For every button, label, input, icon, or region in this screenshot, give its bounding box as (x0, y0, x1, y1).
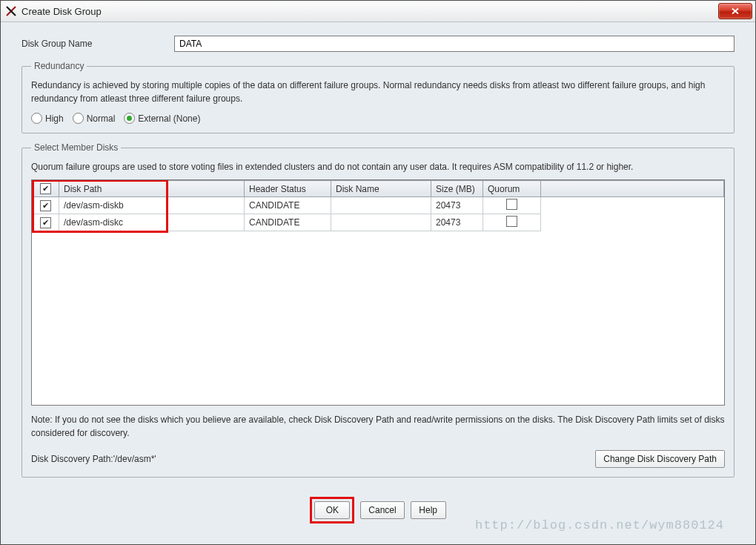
redundancy-normal[interactable]: Normal (73, 113, 116, 124)
app-icon (5, 5, 17, 17)
checkbox-icon (506, 216, 517, 227)
cell-quorum[interactable] (483, 197, 541, 214)
disks-table: Disk Path Header Status Disk Name Size (… (32, 180, 724, 231)
redundancy-high[interactable]: High (31, 113, 64, 124)
discovery-path-label: Disk Discovery Path:'/dev/asm*' (31, 454, 595, 464)
col-disk-name[interactable]: Disk Name (331, 181, 431, 197)
button-bar: OK Cancel Help http://blog.csdn.net/wym8… (21, 486, 735, 537)
col-size-mb[interactable]: Size (MB) (431, 181, 483, 197)
redundancy-normal-label: Normal (87, 113, 116, 124)
redundancy-legend: Redundancy (31, 61, 87, 71)
disk-group-name-input[interactable] (174, 36, 735, 52)
disk-group-name-label: Disk Group Name (21, 39, 174, 49)
change-discovery-path-button[interactable]: Change Disk Discovery Path (595, 450, 725, 468)
cell-disk-name (331, 214, 431, 231)
redundancy-group: Redundancy Redundancy is achieved by sto… (21, 61, 735, 133)
redundancy-external[interactable]: External (None) (124, 113, 200, 124)
cancel-button[interactable]: Cancel (360, 501, 404, 519)
col-disk-path[interactable]: Disk Path (59, 181, 245, 197)
cell-tail (541, 197, 724, 214)
cell-disk-path: /dev/asm-diskc (59, 214, 245, 231)
checkbox-icon (40, 183, 51, 194)
col-tail (541, 181, 724, 197)
redundancy-options: High Normal External (None) (31, 113, 725, 124)
member-disks-description: Quorum failure groups are used to store … (31, 160, 725, 174)
titlebar: Create Disk Group (1, 1, 755, 22)
member-disks-legend: Select Member Disks (31, 142, 121, 153)
checkbox-icon (40, 200, 51, 211)
cell-size-mb: 20473 (431, 197, 483, 214)
cell-quorum[interactable] (483, 214, 541, 231)
discovery-path-row: Disk Discovery Path:'/dev/asm*' Change D… (31, 450, 725, 468)
disks-note: Note: If you do not see the disks which … (31, 413, 725, 440)
disk-group-name-row: Disk Group Name (21, 36, 735, 52)
col-quorum[interactable]: Quorum (483, 181, 541, 197)
checkbox-icon (506, 199, 517, 210)
dialog-body: Disk Group Name Redundancy Redundancy is… (1, 22, 755, 544)
redundancy-external-label: External (None) (138, 113, 200, 124)
ok-button[interactable]: OK (314, 501, 350, 519)
window: Create Disk Group Disk Group Name Redund… (0, 0, 756, 545)
table-row[interactable]: /dev/asm-diskc CANDIDATE 20473 (33, 214, 724, 231)
window-title: Create Disk Group (21, 6, 718, 17)
row-checkbox[interactable] (33, 197, 59, 214)
radio-icon (31, 113, 42, 124)
row-checkbox[interactable] (33, 214, 59, 231)
cell-tail (541, 214, 724, 231)
disks-table-wrap: Disk Path Header Status Disk Name Size (… (31, 179, 725, 406)
radio-icon (73, 113, 84, 124)
disks-table-header: Disk Path Header Status Disk Name Size (… (33, 181, 724, 197)
highlight-box: OK (310, 497, 354, 523)
radio-icon (124, 113, 135, 124)
checkbox-icon (40, 217, 51, 228)
cell-header-status: CANDIDATE (245, 214, 331, 231)
col-header-status[interactable]: Header Status (245, 181, 331, 197)
col-select-all[interactable] (33, 181, 59, 197)
redundancy-description: Redundancy is achieved by storing multip… (31, 79, 725, 105)
table-row[interactable]: /dev/asm-diskb CANDIDATE 20473 (33, 197, 724, 214)
redundancy-high-label: High (45, 113, 64, 124)
member-disks-group: Select Member Disks Quorum failure group… (21, 142, 735, 478)
cell-header-status: CANDIDATE (245, 197, 331, 214)
cell-disk-path: /dev/asm-diskb (59, 197, 245, 214)
cell-size-mb: 20473 (431, 214, 483, 231)
help-button[interactable]: Help (411, 501, 446, 519)
close-button[interactable] (718, 3, 752, 19)
cell-disk-name (331, 197, 431, 214)
watermark: http://blog.csdn.net/wym880124 (475, 518, 724, 532)
